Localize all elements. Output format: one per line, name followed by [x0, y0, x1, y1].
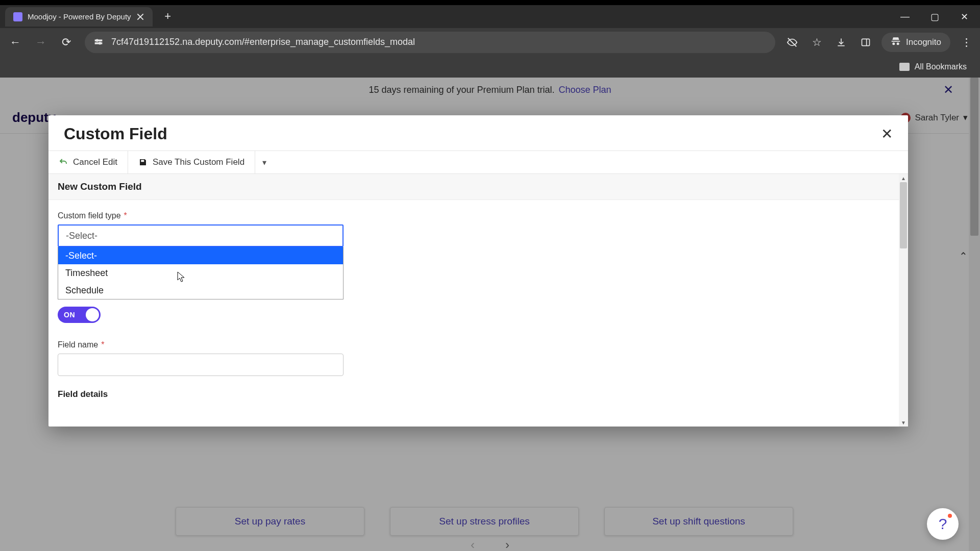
- close-tab-icon[interactable]: [136, 13, 144, 21]
- close-window-icon[interactable]: ✕: [958, 10, 971, 23]
- eye-off-icon[interactable]: [783, 34, 801, 51]
- custom-field-modal: Custom Field ✕ Cancel Edit Save This Cus…: [48, 115, 908, 427]
- select-value: -Select-: [66, 231, 97, 241]
- close-modal-icon[interactable]: ✕: [881, 126, 893, 142]
- cancel-edit-label: Cancel Edit: [73, 157, 117, 167]
- dropdown-option-timesheet[interactable]: Timesheet: [58, 264, 343, 282]
- dropdown-option-select[interactable]: -Select-: [58, 247, 343, 264]
- minimize-icon[interactable]: ―: [898, 10, 912, 23]
- favicon-icon: [13, 12, 22, 21]
- svg-rect-5: [862, 39, 870, 45]
- undo-icon: [59, 158, 68, 167]
- save-dropdown-toggle[interactable]: ▾: [255, 151, 274, 173]
- notification-dot-icon: [948, 514, 952, 518]
- save-button[interactable]: Save This Custom Field: [128, 151, 255, 173]
- folder-icon: [899, 63, 910, 71]
- toggle-knob-icon: [86, 308, 99, 321]
- kebab-menu-icon[interactable]: ⋮: [958, 34, 975, 51]
- window-controls: ― ▢ ✕: [898, 10, 980, 23]
- bookmark-star-icon[interactable]: ☆: [808, 34, 825, 51]
- browser-tab[interactable]: Moodjoy - Powered By Deputy: [5, 7, 153, 27]
- downloads-icon[interactable]: [832, 34, 850, 51]
- maximize-icon[interactable]: ▢: [928, 10, 941, 23]
- scroll-up-icon[interactable]: ▲: [899, 174, 908, 182]
- custom-field-type-select[interactable]: -Select-: [58, 224, 344, 247]
- field-details-heading: Field details: [58, 389, 899, 399]
- tab-title: Moodjoy - Powered By Deputy: [28, 12, 131, 21]
- scroll-down-icon[interactable]: ▼: [899, 418, 908, 427]
- new-tab-button[interactable]: +: [160, 9, 176, 25]
- incognito-chip[interactable]: Incognito: [881, 33, 950, 52]
- modal-toolbar: Cancel Edit Save This Custom Field ▾: [48, 151, 908, 174]
- incognito-icon: [891, 36, 901, 48]
- sidepanel-icon[interactable]: [857, 34, 874, 51]
- chevron-down-icon: ▾: [262, 158, 266, 167]
- tabstrip: Moodjoy - Powered By Deputy + ― ▢ ✕: [0, 5, 980, 28]
- field-name-input[interactable]: [58, 354, 344, 376]
- site-info-icon[interactable]: [93, 37, 104, 48]
- save-label: Save This Custom Field: [153, 157, 244, 167]
- question-icon: ?: [939, 515, 947, 533]
- address-bar[interactable]: 7cf47d19112152.na.deputy.com/#enterprise…: [85, 32, 775, 53]
- browser-toolbar: ← → ⟳ 7cf47d19112152.na.deputy.com/#ente…: [0, 28, 980, 56]
- modal-scrollbar[interactable]: ▲ ▼: [899, 174, 908, 427]
- modal-subheader: New Custom Field: [48, 174, 908, 200]
- toggle-label: ON: [64, 311, 75, 319]
- bookmarks-bar: All Bookmarks: [0, 56, 980, 78]
- modal-title: Custom Field: [64, 124, 167, 143]
- incognito-label: Incognito: [906, 37, 941, 47]
- required-icon: *: [101, 340, 104, 349]
- back-button[interactable]: ←: [5, 32, 26, 53]
- url-text: 7cf47d19112152.na.deputy.com/#enterprise…: [111, 37, 767, 47]
- cancel-edit-button[interactable]: Cancel Edit: [48, 151, 128, 173]
- save-icon: [138, 158, 148, 167]
- custom-field-type-dropdown: -Select- Timesheet Schedule: [58, 247, 344, 299]
- help-fab[interactable]: ?: [927, 508, 959, 540]
- forward-button: →: [31, 32, 51, 53]
- field-name-label: Field name*: [58, 340, 899, 349]
- dropdown-option-schedule[interactable]: Schedule: [58, 282, 343, 299]
- active-toggle[interactable]: ON: [58, 307, 101, 323]
- required-icon: *: [124, 211, 127, 220]
- all-bookmarks-button[interactable]: All Bookmarks: [915, 62, 967, 71]
- custom-field-type-label: Custom field type*: [58, 211, 899, 220]
- reload-button[interactable]: ⟳: [56, 32, 77, 53]
